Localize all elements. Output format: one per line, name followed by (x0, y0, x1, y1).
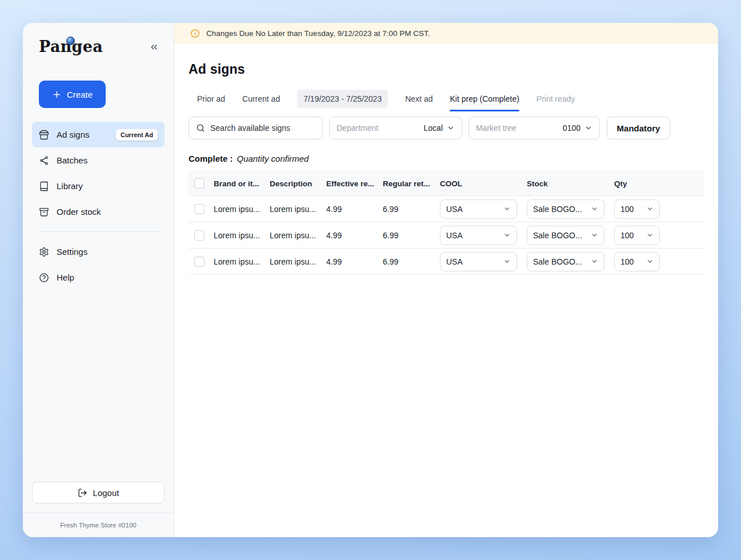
tab-kit-prep[interactable]: Kit prep (Complete) (450, 86, 519, 111)
create-button[interactable]: Create (39, 81, 106, 108)
cell-effective-retail: 4.99 (326, 231, 383, 240)
status-value: Quantity confirmed (237, 154, 309, 163)
qty-select[interactable]: 100 (614, 252, 660, 271)
cell-description: Lorem ipsu... (270, 257, 326, 266)
cell-brand: Lorem ipsu... (214, 231, 270, 240)
storefront-icon (39, 130, 49, 140)
pangea-logo: Pangea (39, 38, 103, 55)
select-all-checkbox[interactable] (194, 178, 205, 189)
table-row: Lorem ipsu... Lorem ipsu... 4.99 6.99 US… (189, 196, 704, 222)
store-footer: Fresh Thyme Store #0100 (23, 513, 174, 537)
stock-select[interactable]: Sale BOGO... (527, 252, 604, 271)
logout-button[interactable]: Logout (32, 482, 165, 503)
sidebar-item-ad-signs[interactable]: Ad signs Current Ad (32, 122, 165, 147)
cell-brand: Lorem ipsu... (214, 205, 270, 214)
tab-print-ready[interactable]: Print ready (536, 86, 575, 111)
sidebar-item-label: Settings (57, 247, 87, 257)
stock-select[interactable]: Sale BOGO... (527, 199, 604, 219)
qty-select-value: 100 (620, 205, 634, 214)
sidebar-item-library[interactable]: Library (32, 173, 165, 199)
search-icon (196, 123, 205, 133)
stock-select-value: Sale BOGO... (533, 257, 582, 266)
cool-select[interactable]: USA (440, 226, 517, 245)
row-checkbox[interactable] (194, 204, 205, 214)
sidebar-item-label: Help (57, 273, 74, 282)
plus-icon (52, 90, 62, 99)
logout-button-label: Logout (93, 488, 119, 498)
header-cool: COOL (440, 179, 527, 188)
header-brand: Brand or it... (214, 179, 270, 188)
current-ad-badge: Current Ad (116, 129, 158, 141)
market-tree-select[interactable]: Market tree 0100 (468, 117, 600, 139)
cool-select[interactable]: USA (440, 199, 517, 219)
status-label: Complete : (189, 154, 233, 163)
logout-area: Logout (23, 482, 174, 513)
chevron-down-icon (447, 124, 455, 132)
sidebar-item-batches[interactable]: Batches (32, 147, 165, 173)
sidebar-header: Pangea (23, 23, 174, 55)
search-box (189, 117, 323, 139)
sidebar-item-label: Order stock (57, 207, 101, 217)
gear-icon (39, 247, 49, 257)
tab-current-ad[interactable]: Current ad (242, 86, 280, 111)
department-select-value: Local (424, 123, 443, 133)
stock-select-value: Sale BOGO... (533, 205, 582, 214)
sidebar-item-label: Library (57, 181, 83, 191)
sidebar-spacer (23, 290, 174, 482)
tab-next-ad[interactable]: Next ad (405, 86, 432, 111)
market-tree-select-value: 0100 (563, 123, 580, 133)
ad-tabs: Prior ad Current ad 7/19/2023 - 7/25/202… (189, 86, 704, 111)
sidebar-collapse-button[interactable] (147, 40, 161, 54)
mandatory-button[interactable]: Mandatory (607, 117, 670, 139)
chevron-down-icon (591, 258, 598, 265)
qty-select[interactable]: 100 (614, 226, 660, 245)
chevron-down-icon (646, 258, 654, 265)
create-button-label: Create (67, 90, 93, 99)
search-input[interactable] (210, 123, 315, 133)
qty-select-value: 100 (620, 257, 634, 266)
main-area: Changes Due No Later than Tuesday, 9/12/… (174, 23, 718, 537)
current-ad-date-chip[interactable]: 7/19/2023 - 7/25/2023 (297, 90, 388, 108)
deadline-banner-text: Changes Due No Later than Tuesday, 9/12/… (206, 29, 430, 38)
row-checkbox[interactable] (194, 257, 205, 267)
sidebar-item-settings[interactable]: Settings (32, 239, 165, 265)
app-window: Pangea Create Ad signs Current Ad (23, 23, 718, 537)
chevron-down-icon (646, 205, 654, 213)
page-title: Ad signs (189, 62, 704, 77)
qty-select[interactable]: 100 (614, 199, 660, 219)
cool-select[interactable]: USA (440, 252, 517, 271)
stock-select[interactable]: Sale BOGO... (527, 226, 604, 245)
chevron-down-icon (584, 124, 592, 132)
status-line: Complete : Quantity confirmed (189, 154, 704, 163)
archive-icon (39, 207, 49, 217)
chevron-down-icon (503, 258, 511, 265)
chevron-down-icon (591, 205, 598, 213)
sidebar-item-order-stock[interactable]: Order stock (32, 199, 165, 225)
cell-regular-retail: 6.99 (383, 231, 440, 240)
nodes-icon (39, 155, 49, 166)
header-regular-retail: Regular ret... (383, 179, 440, 188)
table-row: Lorem ipsu... Lorem ipsu... 4.99 6.99 US… (189, 249, 704, 275)
market-tree-select-label: Market tree (476, 123, 516, 133)
header-stock: Stock (527, 179, 614, 188)
tab-prior-ad[interactable]: Prior ad (197, 86, 225, 111)
chevron-down-icon (503, 205, 511, 213)
sidebar-item-help[interactable]: Help (32, 265, 165, 290)
cell-effective-retail: 4.99 (326, 257, 383, 266)
chevrons-left-icon (149, 42, 159, 52)
cell-effective-retail: 4.99 (326, 205, 383, 214)
sidebar-item-label: Batches (57, 155, 87, 165)
cell-regular-retail: 6.99 (383, 257, 440, 266)
exit-arrow-icon (78, 488, 87, 498)
chevron-down-icon (646, 231, 654, 239)
sidebar: Pangea Create Ad signs Current Ad (23, 23, 174, 537)
cell-brand: Lorem ipsu... (214, 257, 270, 266)
cell-description: Lorem ipsu... (270, 205, 326, 214)
signs-table: Brand or it... Description Effective re.… (189, 171, 704, 275)
row-checkbox[interactable] (194, 230, 205, 241)
table-row: Lorem ipsu... Lorem ipsu... 4.99 6.99 US… (189, 222, 704, 249)
department-select[interactable]: Department Local (329, 117, 462, 139)
header-effective-retail: Effective re... (326, 179, 383, 188)
chevron-down-icon (591, 231, 598, 239)
page-content: Ad signs Prior ad Current ad 7/19/2023 -… (174, 44, 718, 275)
